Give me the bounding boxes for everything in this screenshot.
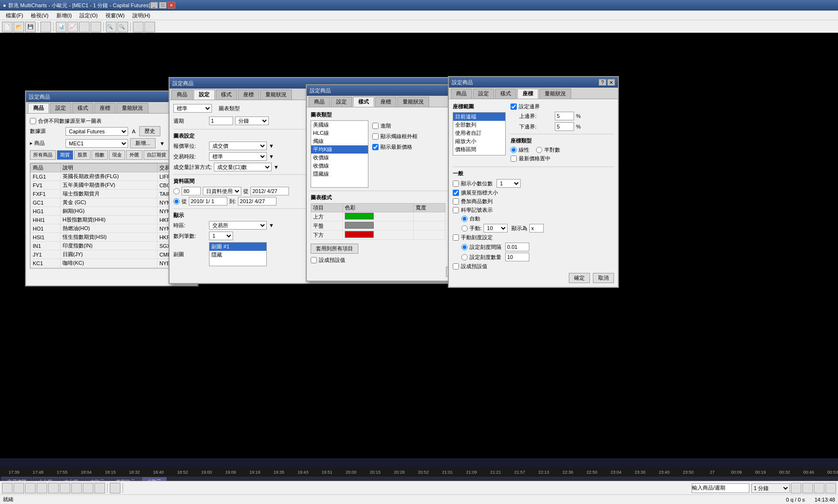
bt-cursor[interactable]: ↖ <box>2 483 13 493</box>
nav-index[interactable]: 指數 <box>92 150 108 160</box>
tb-new[interactable]: 📄 <box>2 22 13 32</box>
dlg4-lower-input[interactable] <box>555 122 574 131</box>
bt-hline[interactable]: — <box>48 483 59 493</box>
dlg4-scale-qty-input[interactable] <box>505 253 529 261</box>
dlg2-days-select[interactable]: 日資料使用 <box>203 187 241 195</box>
menu-new[interactable]: 新增(I) <box>52 11 76 20</box>
bt-arrow[interactable]: ↑ <box>94 483 105 493</box>
ct-american[interactable]: 美國線 <box>311 121 368 129</box>
dlg3-tab-style[interactable]: 樣式 <box>353 97 374 107</box>
dlg4-decimal-checkbox[interactable] <box>453 181 459 187</box>
dlg1-datasource-select[interactable]: Capital Futures <box>65 127 128 136</box>
range-custom[interactable]: 使用者自訂 <box>453 129 505 137</box>
dlg4-cursor-adapt-checkbox[interactable] <box>453 190 459 196</box>
dlg4-add-product-checkbox[interactable] <box>453 198 459 205</box>
dlg4-latest-center-checkbox[interactable] <box>511 155 517 162</box>
range-current[interactable]: 目前遠端 <box>453 113 505 121</box>
dlg4-scale-interval-radio[interactable] <box>461 244 468 250</box>
style-row-flat[interactable]: 平盤 <box>311 221 445 231</box>
dlg4-manual-radio[interactable] <box>461 225 468 232</box>
dlg3-progress-checkbox[interactable] <box>372 123 379 129</box>
dlg4-help-btn[interactable]: ? <box>599 79 606 86</box>
dlg4-auto-radio[interactable] <box>461 216 468 222</box>
tb-next[interactable]: ▶ <box>144 22 155 32</box>
nav-forex[interactable]: 外匯 <box>126 150 143 160</box>
dlg3-tab-product[interactable]: 商品 <box>309 97 330 107</box>
tb-chart[interactable]: 📊 <box>56 22 66 32</box>
bt-nav-fwd[interactable]: ▶ <box>814 483 825 493</box>
dlg3-title[interactable]: 設定商品 ✕ <box>307 85 471 96</box>
dlg3-tab-volume[interactable]: 量能狀況 <box>397 97 429 107</box>
dlg1-tab-coord[interactable]: 座標 <box>94 103 116 113</box>
dlg4-close-btn[interactable]: ✕ <box>607 79 615 86</box>
tb-zoom-in[interactable]: 🔍+ <box>106 22 117 32</box>
tb-save[interactable]: 💾 <box>25 22 36 32</box>
minimize-btn[interactable]: _ <box>150 2 158 9</box>
ct-close1[interactable]: 收價線 <box>311 154 368 162</box>
ct-hlc[interactable]: HLC線 <box>311 129 368 137</box>
dlg1-add-btn[interactable]: 新增... <box>130 138 156 148</box>
tb-prev[interactable]: ◀ <box>133 22 144 32</box>
dlg3-latest-price-checkbox[interactable] <box>372 144 379 150</box>
dlg3-default-checkbox[interactable] <box>311 257 317 263</box>
dlg2-chart-type-select[interactable]: 標準 <box>173 104 212 113</box>
tb-zoom-out[interactable]: 🔍- <box>118 22 128 32</box>
menu-file[interactable]: 檔案(F) <box>2 11 27 20</box>
ct-avg-candle[interactable]: 平均K線 <box>311 145 368 154</box>
menu-view[interactable]: 檢視(V) <box>27 11 52 20</box>
dlg4-tab-settings[interactable]: 設定 <box>473 89 494 99</box>
bt-nav-end[interactable]: ▶▶ <box>825 483 836 493</box>
dlg2-tab-settings[interactable]: 設定 <box>194 90 215 100</box>
dlg4-tab-product[interactable]: 商品 <box>451 89 472 99</box>
dlg4-cancel-btn[interactable]: 取消 <box>593 273 614 283</box>
dlg4-manual-select[interactable]: 10 <box>484 224 508 233</box>
dlg4-manual-scale-checkbox[interactable] <box>453 234 459 241</box>
dlg2-radio2[interactable] <box>173 198 180 205</box>
dlg4-tab-style[interactable]: 樣式 <box>495 89 516 99</box>
close-btn[interactable]: ✕ <box>168 2 175 9</box>
dlg4-tab-coord[interactable]: 座標 <box>517 89 538 99</box>
maximize-btn[interactable]: □ <box>159 2 167 9</box>
dlg2-date-from-input[interactable] <box>189 197 227 206</box>
range-all[interactable]: 全部數列 <box>453 121 505 129</box>
tb-line[interactable]: 📈 <box>67 22 78 32</box>
dlg1-tab-volume[interactable]: 量能狀況 <box>117 103 148 113</box>
dlg2-tab-volume[interactable]: 量能狀況 <box>260 90 292 100</box>
dlg1-tab-settings[interactable]: 設定 <box>50 103 71 113</box>
dlg4-upper-input[interactable] <box>555 112 574 120</box>
dlg2-radio1[interactable] <box>173 188 180 194</box>
dlg1-symbol-select[interactable]: MEC1 <box>65 139 128 148</box>
bt-line[interactable]: / <box>25 483 36 493</box>
color-down[interactable] <box>345 231 374 238</box>
menu-window[interactable]: 視窗(W) <box>102 11 129 20</box>
nav-stocks[interactable]: 股票 <box>74 150 91 160</box>
dlg2-date-to-input[interactable] <box>238 197 276 206</box>
menu-help[interactable]: 說明(H) <box>129 11 154 20</box>
dlg4-display-as-input[interactable] <box>529 224 544 233</box>
nav-custom[interactable]: 自訂期貨 <box>144 150 170 160</box>
color-flat[interactable] <box>345 222 374 229</box>
dlg1-history-btn[interactable]: 歷史 <box>139 126 160 136</box>
dlg4-scientific-checkbox[interactable] <box>453 207 459 213</box>
ct-close2[interactable]: 收價線 <box>311 162 368 170</box>
style-row-down[interactable]: 下方 <box>311 231 445 240</box>
tb-indicator[interactable]: Σ <box>79 22 90 32</box>
tb-open[interactable]: 📂 <box>13 22 24 32</box>
style-row-up[interactable]: 上方 <box>311 212 445 221</box>
dlg2-tz-select[interactable]: 交易所 <box>209 221 267 230</box>
bt-ray[interactable]: → <box>37 483 47 493</box>
dlg4-tab-volume[interactable]: 量能狀況 <box>539 89 571 99</box>
menu-settings[interactable]: 設定(O) <box>76 11 102 20</box>
subgraph-item-1[interactable]: 副圖 #1 <box>210 243 266 251</box>
dlg2-date-input[interactable] <box>250 187 289 195</box>
dlg3-tab-coord[interactable]: 座標 <box>375 97 396 107</box>
dlg2-tab-coord[interactable]: 座標 <box>238 90 259 100</box>
dlg4-log-radio[interactable] <box>536 147 542 153</box>
color-up[interactable] <box>345 213 374 220</box>
range-price[interactable]: 價格區間 <box>453 145 505 154</box>
dlg2-period-unit-select[interactable]: 分鐘 <box>235 116 269 125</box>
bt-crosshair[interactable]: + <box>13 483 24 493</box>
dlg4-default-checkbox[interactable] <box>453 263 459 270</box>
symbol-input[interactable] <box>692 483 749 493</box>
range-zoom[interactable]: 縮放大小 <box>453 137 505 145</box>
